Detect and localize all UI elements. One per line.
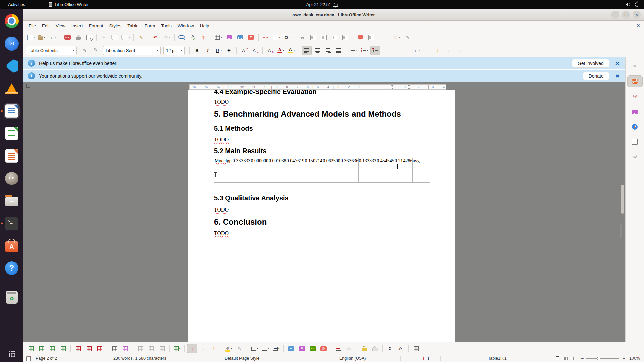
gimp-launcher[interactable] bbox=[4, 170, 20, 186]
word-count-status[interactable]: 230 words, 1,580 characters bbox=[113, 355, 166, 362]
superscript-button[interactable]: A bbox=[239, 46, 249, 55]
line-spacing-dropdown[interactable]: ▾ bbox=[419, 49, 420, 52]
menu-window[interactable]: Window bbox=[175, 22, 197, 29]
font-color-button[interactable]: A▾ bbox=[276, 46, 286, 55]
heading-5-1[interactable]: 5.1 Methods bbox=[214, 125, 253, 132]
overwrite-mode-indicator[interactable]: I bbox=[423, 355, 429, 362]
libreoffice-writer-launcher[interactable] bbox=[4, 103, 20, 119]
results-table[interactable]: Modelgpt-40.333333Os0.000000Calc0.091038… bbox=[214, 158, 430, 183]
table-cell-r2c2[interactable] bbox=[232, 177, 251, 183]
align-left-button[interactable] bbox=[302, 46, 312, 55]
insert-chart-button[interactable] bbox=[235, 33, 245, 42]
table-cell-r1c10[interactable]: 0.454545Vscode bbox=[376, 158, 394, 177]
border-style-dropdown[interactable]: ▾ bbox=[268, 347, 269, 350]
single-page-view-button[interactable] bbox=[556, 356, 559, 360]
scrollbar-handle[interactable] bbox=[621, 185, 624, 214]
table-autoformat-button[interactable]: ▾ bbox=[172, 344, 182, 353]
styles-deck-button[interactable]: ✎A bbox=[627, 90, 643, 103]
table-properties-button[interactable] bbox=[411, 344, 421, 353]
table-cell-r2c1[interactable] bbox=[214, 177, 232, 183]
page-style-status[interactable]: Default Page Style bbox=[225, 355, 260, 362]
table-background-color-dropdown[interactable]: ▾ bbox=[231, 347, 232, 350]
hyperlink-button[interactable]: ∞ bbox=[298, 33, 308, 42]
line-spacing-button[interactable]: ↕▾ bbox=[411, 46, 421, 55]
system-tray[interactable] bbox=[626, 0, 639, 9]
save-dropdown[interactable]: ▾ bbox=[55, 36, 56, 39]
merge-cells-button[interactable] bbox=[110, 344, 120, 353]
special-character-button[interactable]: Ω▾ bbox=[282, 33, 292, 42]
cross-reference-button[interactable] bbox=[340, 33, 351, 42]
align-top-button[interactable]: ↑ bbox=[187, 344, 197, 353]
select-column-button[interactable] bbox=[146, 344, 156, 353]
table-cell-r2c12[interactable] bbox=[413, 177, 431, 183]
page-break-button[interactable] bbox=[261, 33, 271, 42]
delete-column-button[interactable] bbox=[84, 344, 94, 353]
table-cell-r2c7[interactable] bbox=[322, 177, 340, 183]
undo-button[interactable]: ↶▾ bbox=[151, 33, 161, 42]
italic-button[interactable]: I bbox=[203, 46, 213, 55]
power-icon[interactable] bbox=[635, 2, 639, 7]
align-right-button[interactable] bbox=[323, 46, 333, 55]
zoom-in-button[interactable]: + bbox=[623, 355, 625, 362]
table-cell-r1c8[interactable]: 0.363636Chrome bbox=[340, 158, 359, 177]
insert-image-button[interactable] bbox=[224, 33, 234, 42]
border-color-button[interactable]: ▾ bbox=[271, 344, 281, 353]
currency-format-button[interactable]: o bbox=[286, 344, 296, 353]
style-inspector-deck-button[interactable]: ✎A bbox=[627, 151, 643, 163]
border-style-button[interactable]: ▾ bbox=[260, 344, 270, 353]
libreoffice-impress-launcher[interactable] bbox=[4, 148, 20, 164]
table-cell-r2c5[interactable] bbox=[286, 177, 305, 183]
font-name-combo[interactable]: Liberation Serif ▾ bbox=[103, 46, 161, 55]
delete-table-button[interactable] bbox=[95, 344, 105, 353]
date-format-button[interactable]: @ bbox=[318, 344, 328, 353]
insert-row-below-button[interactable] bbox=[26, 344, 36, 353]
insert-footnote-button[interactable] bbox=[308, 33, 318, 42]
language-status[interactable]: English (USA) bbox=[339, 355, 366, 362]
align-bottom-button[interactable]: ↓ bbox=[209, 344, 219, 353]
insert-bookmark-button[interactable] bbox=[330, 33, 340, 42]
insert-table-dropdown[interactable]: ▾ bbox=[221, 36, 222, 39]
select-row-button[interactable] bbox=[157, 344, 167, 353]
heading-5[interactable]: 5. Benchmarking Advanced Models and Meth… bbox=[214, 109, 401, 119]
borders-dropdown[interactable]: ▾ bbox=[257, 347, 258, 350]
basic-shapes-dropdown[interactable]: ▾ bbox=[399, 36, 400, 39]
document-area[interactable]: 16 · 15 · 14 | 13 · 12 | 11 · 10 | 9 · 8… bbox=[23, 82, 625, 342]
activities-button[interactable]: Activities bbox=[5, 1, 28, 8]
table-cell-r1c4[interactable]: 0.091038Impress bbox=[268, 158, 286, 177]
menu-help[interactable]: Help bbox=[197, 22, 212, 29]
clock-menu[interactable]: Apr 21 22:51 bbox=[306, 0, 338, 9]
special-character-dropdown[interactable]: ▾ bbox=[289, 36, 291, 39]
insert-table-button[interactable]: ▾ bbox=[214, 33, 224, 42]
insert-field-button[interactable]: ▾ bbox=[272, 33, 282, 42]
help-launcher[interactable] bbox=[4, 260, 20, 276]
vlc-launcher[interactable] bbox=[4, 80, 20, 97]
infobar-close-icon[interactable]: × bbox=[615, 60, 620, 67]
table-cell-r2c4[interactable] bbox=[268, 177, 286, 183]
decrease-indent-button[interactable]: ← bbox=[396, 46, 406, 55]
document-page[interactable]: 4.4 Example-Specific Evaluation TODO 5. … bbox=[188, 90, 455, 342]
menu-view[interactable]: View bbox=[53, 22, 68, 29]
donate-button[interactable]: Donate bbox=[583, 72, 609, 80]
infobar-close-icon[interactable]: × bbox=[615, 72, 620, 79]
gallery-deck-button[interactable] bbox=[627, 106, 643, 118]
page-deck-button[interactable] bbox=[627, 136, 643, 148]
number-recognition-button[interactable] bbox=[333, 344, 343, 353]
protect-cells-button[interactable] bbox=[359, 344, 369, 353]
track-changes-button[interactable] bbox=[366, 33, 376, 42]
table-background-color-button[interactable]: ◆▾ bbox=[224, 344, 234, 353]
book-view-button[interactable] bbox=[571, 357, 576, 360]
zoom-out-button[interactable]: − bbox=[581, 355, 584, 362]
align-justified-button[interactable] bbox=[334, 46, 344, 55]
highlight-color-button[interactable]: A▾ bbox=[286, 46, 297, 55]
border-painter-button[interactable]: ✎ bbox=[234, 344, 245, 353]
show-draw-functions-button[interactable]: ✎ bbox=[403, 33, 413, 42]
horizontal-ruler[interactable]: 16 · 15 · 14 | 13 · 12 | 11 · 10 | 9 · 8… bbox=[189, 84, 446, 90]
page-count-status[interactable]: Page 2 of 2 bbox=[36, 355, 57, 362]
zoom-track[interactable] bbox=[586, 358, 619, 359]
print-button[interactable] bbox=[73, 33, 83, 42]
heading-4-4[interactable]: 4.4 Example-Specific Evaluation bbox=[214, 90, 317, 96]
open-file-button[interactable]: ▾ bbox=[37, 33, 47, 42]
save-button[interactable]: ↓▾ bbox=[47, 33, 57, 42]
properties-deck-button[interactable] bbox=[627, 75, 643, 87]
table-cell-r1c2[interactable]: 0.333333Os bbox=[232, 158, 251, 177]
